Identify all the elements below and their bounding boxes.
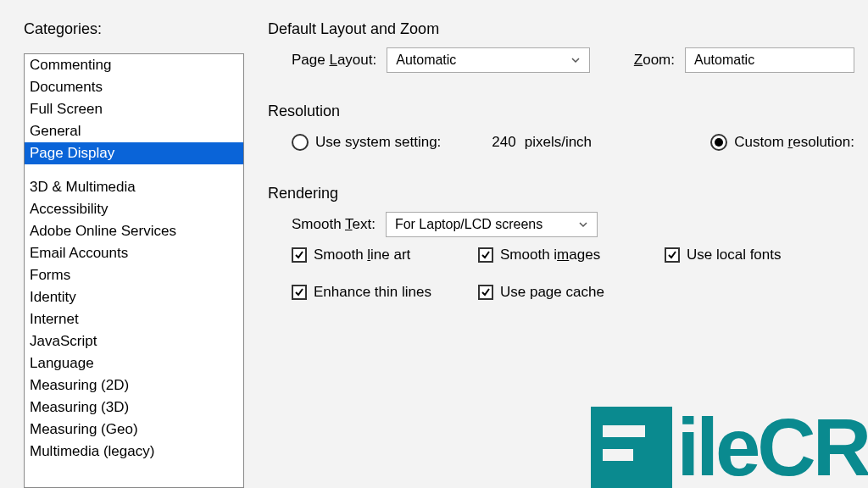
radio-use-system[interactable]: Use system setting: [292, 134, 441, 151]
section-title-resolution: Resolution [268, 103, 854, 120]
category-item-measuring-2d[interactable]: Measuring (2D) [25, 374, 243, 396]
checkbox-use-local-fonts[interactable]: Use local fonts [665, 247, 851, 263]
category-item-general[interactable]: General [25, 120, 243, 142]
smooth-images-label: Smooth images [500, 247, 600, 263]
section-title-layout: Default Layout and Zoom [268, 20, 854, 38]
category-item-internet[interactable]: Internet [25, 308, 243, 330]
smooth-text-label: Smooth Text: [292, 216, 376, 233]
checkbox-use-page-cache[interactable]: Use page cache [478, 284, 665, 301]
section-title-rendering: Rendering [268, 185, 854, 202]
zoom-label: Zoom: [634, 52, 675, 69]
system-resolution-value: 240 pixels/inch [492, 134, 592, 151]
preferences-dialog: Categories: Commenting Documents Full Sc… [0, 0, 868, 488]
use-page-cache-label: Use page cache [500, 284, 604, 301]
chevron-down-icon [569, 53, 582, 67]
category-separator [25, 164, 243, 176]
categories-label: Categories: [24, 20, 244, 38]
radio-custom-resolution[interactable]: Custom resolution: [710, 134, 854, 151]
category-item-3d-multimedia[interactable]: 3D & Multimedia [25, 176, 243, 198]
page-layout-label: Page Layout: [292, 52, 376, 69]
checkbox-icon [665, 247, 680, 263]
categories-listbox[interactable]: Commenting Documents Full Screen General… [24, 53, 244, 488]
category-item-commenting[interactable]: Commenting [25, 54, 243, 76]
category-item-page-display[interactable]: Page Display [25, 142, 243, 164]
checkbox-icon [292, 247, 307, 263]
page-layout-dropdown[interactable]: Automatic [387, 47, 590, 73]
zoom-dropdown[interactable]: Automatic [685, 47, 854, 73]
smooth-line-art-label: Smooth line art [314, 247, 410, 263]
checkbox-icon [478, 285, 493, 300]
category-item-language[interactable]: Language [25, 352, 243, 374]
checkbox-icon [292, 285, 307, 300]
categories-sidebar: Categories: Commenting Documents Full Sc… [24, 20, 244, 488]
use-system-label: Use system setting: [315, 134, 441, 151]
checkbox-smooth-images[interactable]: Smooth images [478, 247, 665, 263]
category-item-identity[interactable]: Identity [25, 286, 243, 308]
radio-icon [710, 134, 727, 151]
category-item-email-accounts[interactable]: Email Accounts [25, 242, 243, 264]
default-layout-section: Default Layout and Zoom Page Layout: Aut… [268, 20, 854, 75]
category-item-adobe-online[interactable]: Adobe Online Services [25, 220, 243, 242]
chevron-down-icon [576, 218, 590, 231]
page-layout-value: Automatic [396, 53, 456, 68]
category-item-forms[interactable]: Forms [25, 264, 243, 286]
category-item-full-screen[interactable]: Full Screen [25, 98, 243, 120]
category-item-documents[interactable]: Documents [25, 76, 243, 98]
smooth-text-value: For Laptop/LCD screens [395, 217, 542, 232]
category-item-javascript[interactable]: JavaScript [25, 330, 243, 352]
use-local-fonts-label: Use local fonts [687, 247, 782, 263]
category-item-multimedia-legacy[interactable]: Multimedia (legacy) [25, 441, 243, 463]
category-item-accessibility[interactable]: Accessibility [25, 198, 243, 220]
page-display-panel: Default Layout and Zoom Page Layout: Aut… [244, 20, 854, 488]
category-item-measuring-geo[interactable]: Measuring (Geo) [25, 419, 243, 441]
smooth-text-dropdown[interactable]: For Laptop/LCD screens [386, 212, 598, 237]
resolution-section: Resolution Use system setting: 240 pixel… [268, 103, 854, 158]
rendering-section: Rendering Smooth Text: For Laptop/LCD sc… [268, 185, 854, 301]
radio-icon [292, 134, 309, 151]
category-item-measuring-3d[interactable]: Measuring (3D) [25, 396, 243, 419]
custom-resolution-label: Custom resolution: [734, 134, 854, 151]
enhance-thin-lines-label: Enhance thin lines [314, 284, 431, 301]
zoom-value: Automatic [694, 53, 754, 68]
checkbox-smooth-line-art[interactable]: Smooth line art [292, 247, 478, 263]
checkbox-icon [478, 247, 493, 263]
checkbox-enhance-thin-lines[interactable]: Enhance thin lines [292, 284, 478, 301]
